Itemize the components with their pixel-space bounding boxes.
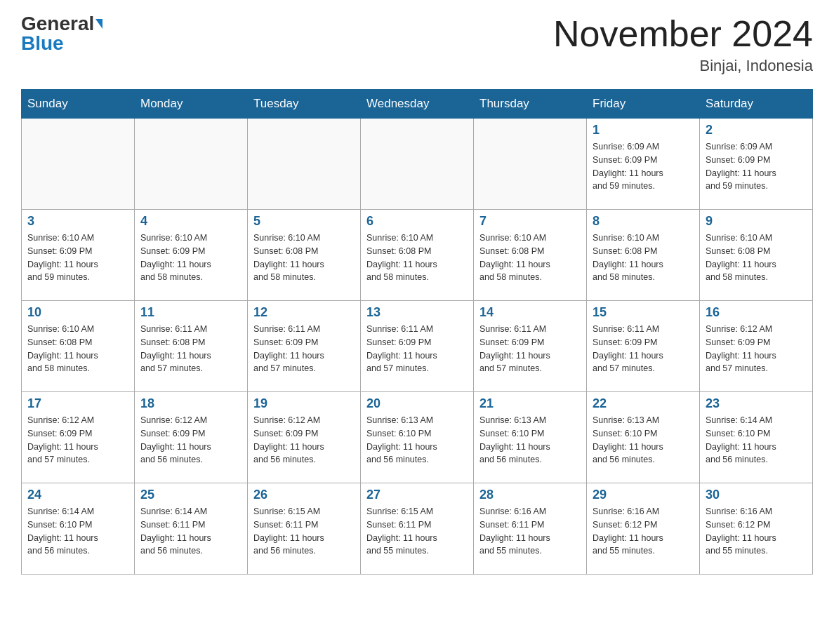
- day-number: 21: [479, 396, 581, 411]
- day-number: 14: [479, 305, 581, 320]
- calendar-cell: [474, 119, 587, 210]
- day-info: Sunrise: 6:11 AM Sunset: 6:09 PM Dayligh…: [593, 323, 694, 375]
- calendar-cell: 15Sunrise: 6:11 AM Sunset: 6:09 PM Dayli…: [587, 301, 700, 392]
- day-number: 25: [140, 488, 241, 502]
- day-info: Sunrise: 6:11 AM Sunset: 6:09 PM Dayligh…: [366, 323, 468, 375]
- day-number: 15: [593, 305, 694, 320]
- calendar-cell: 22Sunrise: 6:13 AM Sunset: 6:10 PM Dayli…: [587, 392, 700, 483]
- day-info: Sunrise: 6:10 AM Sunset: 6:08 PM Dayligh…: [706, 232, 807, 284]
- calendar-cell: [22, 119, 135, 210]
- logo-blue-text: Blue: [21, 34, 64, 53]
- day-info: Sunrise: 6:12 AM Sunset: 6:09 PM Dayligh…: [27, 414, 128, 467]
- day-number: 1: [593, 123, 694, 137]
- weekday-header-tuesday: Tuesday: [248, 90, 361, 119]
- calendar-cell: 25Sunrise: 6:14 AM Sunset: 6:11 PM Dayli…: [135, 483, 248, 575]
- day-info: Sunrise: 6:11 AM Sunset: 6:09 PM Dayligh…: [253, 323, 355, 375]
- calendar-cell: 29Sunrise: 6:16 AM Sunset: 6:12 PM Dayli…: [587, 483, 700, 575]
- day-info: Sunrise: 6:15 AM Sunset: 6:11 PM Dayligh…: [366, 505, 468, 558]
- logo: General Blue: [21, 14, 102, 53]
- calendar-cell: 16Sunrise: 6:12 AM Sunset: 6:09 PM Dayli…: [700, 301, 813, 392]
- calendar-cell: [135, 119, 248, 210]
- day-number: 17: [27, 396, 128, 411]
- day-number: 29: [593, 488, 694, 502]
- calendar-week-row-3: 10Sunrise: 6:10 AM Sunset: 6:08 PM Dayli…: [22, 301, 813, 392]
- calendar-cell: 5Sunrise: 6:10 AM Sunset: 6:08 PM Daylig…: [248, 210, 361, 301]
- day-info: Sunrise: 6:16 AM Sunset: 6:11 PM Dayligh…: [479, 505, 581, 558]
- day-info: Sunrise: 6:09 AM Sunset: 6:09 PM Dayligh…: [706, 140, 807, 193]
- calendar-cell: 2Sunrise: 6:09 AM Sunset: 6:09 PM Daylig…: [700, 119, 813, 210]
- day-number: 28: [479, 488, 581, 502]
- day-number: 16: [706, 305, 807, 320]
- calendar-cell: 19Sunrise: 6:12 AM Sunset: 6:09 PM Dayli…: [248, 392, 361, 483]
- calendar-cell: 12Sunrise: 6:11 AM Sunset: 6:09 PM Dayli…: [248, 301, 361, 392]
- day-number: 19: [253, 396, 355, 411]
- calendar-table: SundayMondayTuesdayWednesdayThursdayFrid…: [21, 89, 813, 575]
- day-info: Sunrise: 6:12 AM Sunset: 6:09 PM Dayligh…: [706, 323, 807, 375]
- calendar-cell: 20Sunrise: 6:13 AM Sunset: 6:10 PM Dayli…: [361, 392, 474, 483]
- calendar-cell: 18Sunrise: 6:12 AM Sunset: 6:09 PM Dayli…: [135, 392, 248, 483]
- weekday-header-saturday: Saturday: [700, 90, 813, 119]
- calendar-cell: 4Sunrise: 6:10 AM Sunset: 6:09 PM Daylig…: [135, 210, 248, 301]
- calendar-cell: [361, 119, 474, 210]
- calendar-cell: 10Sunrise: 6:10 AM Sunset: 6:08 PM Dayli…: [22, 301, 135, 392]
- calendar-cell: 7Sunrise: 6:10 AM Sunset: 6:08 PM Daylig…: [474, 210, 587, 301]
- calendar-cell: 17Sunrise: 6:12 AM Sunset: 6:09 PM Dayli…: [22, 392, 135, 483]
- calendar-cell: 21Sunrise: 6:13 AM Sunset: 6:10 PM Dayli…: [474, 392, 587, 483]
- weekday-header-sunday: Sunday: [22, 90, 135, 119]
- day-info: Sunrise: 6:13 AM Sunset: 6:10 PM Dayligh…: [593, 414, 694, 467]
- day-info: Sunrise: 6:10 AM Sunset: 6:08 PM Dayligh…: [253, 232, 355, 284]
- logo-triangle-icon: [95, 19, 102, 29]
- logo-general-text: General: [21, 14, 94, 34]
- day-number: 12: [253, 305, 355, 320]
- day-number: 7: [479, 214, 581, 229]
- calendar-cell: 8Sunrise: 6:10 AM Sunset: 6:08 PM Daylig…: [587, 210, 700, 301]
- calendar-cell: 14Sunrise: 6:11 AM Sunset: 6:09 PM Dayli…: [474, 301, 587, 392]
- day-info: Sunrise: 6:15 AM Sunset: 6:11 PM Dayligh…: [253, 505, 355, 558]
- day-info: Sunrise: 6:16 AM Sunset: 6:12 PM Dayligh…: [706, 505, 807, 558]
- day-info: Sunrise: 6:10 AM Sunset: 6:09 PM Dayligh…: [140, 232, 241, 284]
- day-number: 30: [706, 488, 807, 502]
- calendar-cell: 27Sunrise: 6:15 AM Sunset: 6:11 PM Dayli…: [361, 483, 474, 575]
- day-number: 24: [27, 488, 128, 502]
- day-info: Sunrise: 6:12 AM Sunset: 6:09 PM Dayligh…: [140, 414, 241, 467]
- day-info: Sunrise: 6:12 AM Sunset: 6:09 PM Dayligh…: [253, 414, 355, 467]
- calendar-cell: 11Sunrise: 6:11 AM Sunset: 6:08 PM Dayli…: [135, 301, 248, 392]
- day-number: 6: [366, 214, 468, 229]
- calendar-cell: 3Sunrise: 6:10 AM Sunset: 6:09 PM Daylig…: [22, 210, 135, 301]
- day-number: 27: [366, 488, 468, 502]
- day-info: Sunrise: 6:16 AM Sunset: 6:12 PM Dayligh…: [593, 505, 694, 558]
- weekday-header-friday: Friday: [587, 90, 700, 119]
- day-number: 18: [140, 396, 241, 411]
- day-info: Sunrise: 6:13 AM Sunset: 6:10 PM Dayligh…: [479, 414, 581, 467]
- day-number: 8: [593, 214, 694, 229]
- day-info: Sunrise: 6:10 AM Sunset: 6:08 PM Dayligh…: [366, 232, 468, 284]
- calendar-week-row-4: 17Sunrise: 6:12 AM Sunset: 6:09 PM Dayli…: [22, 392, 813, 483]
- day-info: Sunrise: 6:10 AM Sunset: 6:08 PM Dayligh…: [479, 232, 581, 284]
- day-number: 2: [706, 123, 807, 137]
- calendar-cell: 28Sunrise: 6:16 AM Sunset: 6:11 PM Dayli…: [474, 483, 587, 575]
- weekday-header-thursday: Thursday: [474, 90, 587, 119]
- day-info: Sunrise: 6:11 AM Sunset: 6:08 PM Dayligh…: [140, 323, 241, 375]
- day-number: 23: [706, 396, 807, 411]
- day-number: 22: [593, 396, 694, 411]
- day-number: 26: [253, 488, 355, 502]
- calendar-cell: [248, 119, 361, 210]
- calendar-cell: 24Sunrise: 6:14 AM Sunset: 6:10 PM Dayli…: [22, 483, 135, 575]
- day-number: 10: [27, 305, 128, 320]
- page-header: General Blue November 2024 Binjai, Indon…: [21, 14, 813, 75]
- calendar-cell: 1Sunrise: 6:09 AM Sunset: 6:09 PM Daylig…: [587, 119, 700, 210]
- weekday-header-monday: Monday: [135, 90, 248, 119]
- day-number: 4: [140, 214, 241, 229]
- weekday-header-row: SundayMondayTuesdayWednesdayThursdayFrid…: [22, 90, 813, 119]
- calendar-cell: 30Sunrise: 6:16 AM Sunset: 6:12 PM Dayli…: [700, 483, 813, 575]
- day-number: 20: [366, 396, 468, 411]
- calendar-week-row-1: 1Sunrise: 6:09 AM Sunset: 6:09 PM Daylig…: [22, 119, 813, 210]
- calendar-week-row-5: 24Sunrise: 6:14 AM Sunset: 6:10 PM Dayli…: [22, 483, 813, 575]
- day-info: Sunrise: 6:10 AM Sunset: 6:09 PM Dayligh…: [27, 232, 128, 284]
- day-number: 11: [140, 305, 241, 320]
- calendar-cell: 6Sunrise: 6:10 AM Sunset: 6:08 PM Daylig…: [361, 210, 474, 301]
- calendar-cell: 13Sunrise: 6:11 AM Sunset: 6:09 PM Dayli…: [361, 301, 474, 392]
- day-info: Sunrise: 6:14 AM Sunset: 6:11 PM Dayligh…: [140, 505, 241, 558]
- calendar-title-area: November 2024 Binjai, Indonesia: [553, 14, 813, 75]
- day-number: 5: [253, 214, 355, 229]
